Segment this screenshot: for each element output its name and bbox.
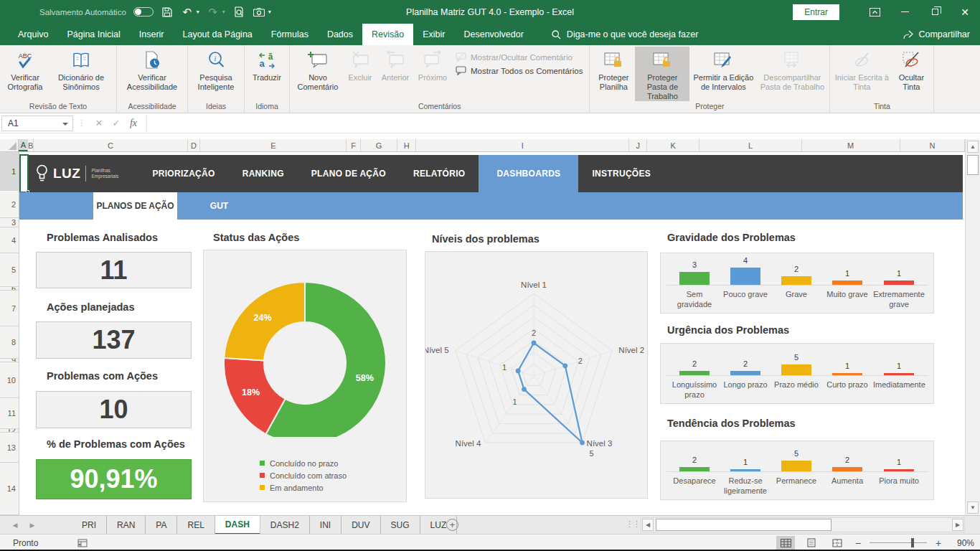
- select-all-corner[interactable]: [0, 139, 19, 151]
- column-header-B[interactable]: B: [28, 139, 34, 151]
- sheet-tab-ran[interactable]: RAN: [107, 516, 146, 534]
- sheet-tab-pri[interactable]: PRI: [72, 516, 107, 534]
- show-all-comments-button[interactable]: Mostrar Todos os Comentários: [456, 66, 583, 75]
- row-header-5[interactable]: 5: [0, 253, 19, 287]
- sheet-tab-ini[interactable]: INI: [310, 516, 341, 534]
- column-header-K[interactable]: K: [647, 139, 700, 151]
- scroll-right-icon[interactable]: ▶: [952, 519, 963, 531]
- normal-view-icon[interactable]: [776, 536, 795, 550]
- subnav-tab-gut[interactable]: GUT: [177, 192, 261, 220]
- name-box-caret-icon[interactable]: [62, 123, 68, 126]
- nav-item-priorização[interactable]: PRIORIZAÇÃO: [138, 155, 228, 192]
- urgency-chart-panel[interactable]: 2Longuíssimo prazo2Longo prazo5Prazo méd…: [660, 343, 934, 404]
- column-header-A[interactable]: A: [19, 139, 28, 151]
- translate-button[interactable]: aã Traduzir: [247, 47, 287, 101]
- nav-item-instruções[interactable]: INSTRUÇÕES: [578, 155, 664, 192]
- save-icon[interactable]: [161, 6, 174, 19]
- check-accessibility-button[interactable]: Verificar Acessibilidade: [119, 47, 185, 101]
- radar-chart-panel[interactable]: 22511Nível 1Nível 2Nível 3Nível 4Nível 5: [425, 251, 648, 499]
- sheet-next-icon[interactable]: ▶: [24, 516, 40, 534]
- row-header-14[interactable]: 14: [0, 463, 19, 515]
- hide-ink-button[interactable]: Ocultar Tinta: [891, 47, 931, 101]
- scroll-up-icon[interactable]: ▲: [967, 141, 979, 153]
- share-button[interactable]: Compartilhar: [903, 24, 970, 45]
- sheet-tab-sug[interactable]: SUG: [381, 516, 420, 534]
- column-header-D[interactable]: D: [188, 139, 201, 151]
- smart-lookup-button[interactable]: i Pesquisa Inteligente: [190, 47, 242, 101]
- sheet-tab-dash2[interactable]: DASH2: [260, 516, 310, 534]
- menu-tab-inserir[interactable]: Inserir: [130, 24, 174, 45]
- column-header-C[interactable]: C: [34, 139, 188, 151]
- column-header-G[interactable]: G: [361, 139, 397, 151]
- nav-item-dashboards[interactable]: DASHBOARDS: [479, 155, 578, 192]
- row-header-3[interactable]: 3: [0, 218, 19, 227]
- column-header-N[interactable]: N: [900, 139, 965, 151]
- protect-workbook-button[interactable]: Proteger Pasta de Trabalho: [635, 47, 689, 101]
- sheet-tab-dash[interactable]: DASH: [215, 516, 260, 534]
- scroll-down-icon[interactable]: ▼: [967, 501, 979, 514]
- autosave-toggle[interactable]: [133, 7, 154, 17]
- column-header-F[interactable]: F: [347, 139, 361, 151]
- minimize-button[interactable]: [890, 0, 920, 24]
- zoom-level[interactable]: 90%: [950, 538, 974, 548]
- undo-caret-icon[interactable]: ▾: [197, 9, 199, 15]
- insert-function-icon[interactable]: fx: [125, 118, 142, 129]
- restore-button[interactable]: [920, 0, 950, 24]
- row-header-10[interactable]: 10: [0, 362, 19, 398]
- thesaurus-button[interactable]: Dicionário de Sinônimos: [48, 47, 114, 101]
- new-sheet-button[interactable]: +: [446, 519, 458, 531]
- column-header-E[interactable]: E: [200, 139, 347, 151]
- protect-sheet-button[interactable]: Proteger Planilha: [592, 47, 635, 101]
- menu-tab-desenvolvedor[interactable]: Desenvolvedor: [454, 24, 532, 45]
- close-button[interactable]: ✕: [950, 0, 980, 24]
- row-header-7[interactable]: 7: [0, 291, 19, 326]
- zoom-slider[interactable]: [870, 542, 927, 543]
- scroll-left-icon[interactable]: ◀: [642, 519, 654, 531]
- menu-tab-página-inicial[interactable]: Página Inicial: [57, 24, 129, 45]
- row-header-13[interactable]: 13: [0, 433, 19, 463]
- vertical-scroll-thumb[interactable]: [967, 155, 979, 175]
- undo-icon[interactable]: ↶: [181, 6, 194, 19]
- nav-item-ranking[interactable]: RANKING: [229, 155, 298, 192]
- nav-item-relatório[interactable]: RELATÓRIO: [400, 155, 479, 192]
- sheet-tab-rel[interactable]: REL: [177, 516, 215, 534]
- print-preview-icon[interactable]: [232, 6, 245, 19]
- column-header-L[interactable]: L: [699, 139, 801, 151]
- nav-item-plano-de-ação[interactable]: PLANO DE AÇÃO: [298, 155, 400, 192]
- row-header-8[interactable]: 8: [0, 326, 19, 359]
- sign-in-button[interactable]: Entrar: [793, 4, 839, 20]
- menu-tab-revisão[interactable]: Revisão: [362, 24, 413, 45]
- horizontal-scrollbar[interactable]: ◀ ▶: [641, 517, 965, 532]
- column-header-M[interactable]: M: [802, 139, 900, 151]
- new-comment-button[interactable]: Novo Comentário: [292, 47, 344, 101]
- allow-edit-ranges-button[interactable]: Permitir a Edição de Intervalos: [689, 47, 757, 101]
- column-header-J[interactable]: J: [629, 139, 647, 151]
- tell-me-search[interactable]: Diga-me o que você deseja fazer: [552, 24, 698, 45]
- row-header-4[interactable]: 4: [0, 227, 19, 253]
- menu-tab-exibir[interactable]: Exibir: [413, 24, 454, 45]
- zoom-slider-thumb[interactable]: [911, 538, 914, 547]
- name-box[interactable]: A1: [1, 116, 73, 131]
- page-layout-view-icon[interactable]: [802, 536, 821, 550]
- menu-tab-fórmulas[interactable]: Fórmulas: [262, 24, 318, 45]
- page-break-view-icon[interactable]: [828, 536, 847, 550]
- spelling-button[interactable]: ABC Verificar Ortografia: [2, 47, 48, 101]
- tendency-chart-panel[interactable]: 2Desaparece1Reduz-se ligeiramente5Perman…: [660, 441, 934, 500]
- sheet-prev-icon[interactable]: ◀: [7, 516, 23, 534]
- row-header-2[interactable]: 2: [0, 191, 19, 218]
- sheet-tab-duv[interactable]: DUV: [341, 516, 380, 534]
- qat-customize-icon[interactable]: ▾: [268, 9, 271, 15]
- horizontal-scroll-thumb[interactable]: [656, 519, 831, 531]
- vertical-scrollbar[interactable]: ▲ ▼: [965, 139, 980, 515]
- formula-input[interactable]: [146, 116, 980, 131]
- donut-chart-panel[interactable]: 58%18%24% Concluído no prazoConcluído co…: [203, 250, 407, 502]
- tab-splitter-handle[interactable]: ⋮⋮: [626, 519, 640, 529]
- zoom-out-icon[interactable]: −: [854, 537, 862, 549]
- menu-tab-dados[interactable]: Dados: [318, 24, 362, 45]
- menu-tab-layout-da-página[interactable]: Layout da Página: [173, 24, 261, 45]
- column-header-H[interactable]: H: [397, 139, 416, 151]
- column-header-I[interactable]: I: [416, 139, 629, 151]
- zoom-in-icon[interactable]: +: [934, 537, 943, 549]
- subnav-tab-planos-de-ação[interactable]: PLANOS DE AÇÃO: [93, 192, 177, 220]
- menu-tab-arquivo[interactable]: Arquivo: [9, 24, 57, 45]
